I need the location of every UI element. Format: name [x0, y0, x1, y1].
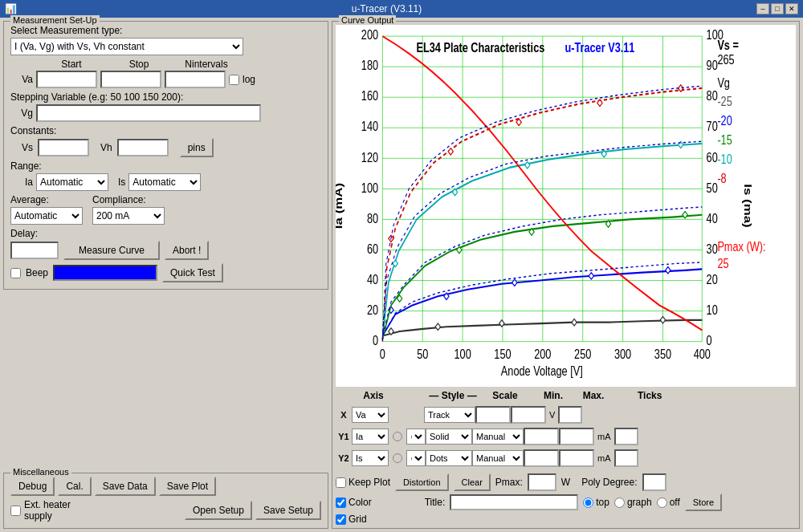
keep-plot-checkbox-label[interactable]: Keep Plot — [336, 477, 390, 488]
abort-button[interactable]: Abort ! — [165, 241, 209, 260]
color-checkbox-label[interactable]: Color — [336, 497, 372, 508]
y1-circle — [389, 432, 406, 441]
pins-button[interactable]: pins — [180, 138, 214, 157]
svg-text:400: 400 — [694, 346, 711, 361]
svg-text:60: 60 — [707, 149, 718, 164]
svg-text:50: 50 — [417, 346, 428, 361]
x-scale-select[interactable]: Track — [424, 407, 475, 423]
y2-circle-select[interactable]: ○ — [406, 450, 426, 466]
pos-graph-text: graph — [627, 497, 652, 508]
save-data-button[interactable]: Save Data — [95, 477, 156, 496]
x-min-input[interactable]: 0 — [475, 406, 511, 424]
is-select[interactable]: Automatic — [128, 173, 201, 191]
vh-input[interactable]: 6.3 — [117, 139, 169, 156]
svg-text:40: 40 — [367, 271, 378, 286]
svg-text:-8: -8 — [717, 170, 726, 185]
color-checkbox[interactable] — [336, 497, 346, 508]
va-stop-input[interactable]: 400 — [100, 71, 161, 88]
y2-circle — [389, 453, 406, 463]
svg-text:70: 70 — [707, 119, 718, 134]
beep-row: Beep Quick Test — [10, 263, 321, 282]
scale-col-header: Scale — [477, 390, 533, 401]
select-type-row: Select Measurement type: I (Va, Vg) with… — [10, 25, 321, 55]
svg-text:-10: -10 — [717, 152, 732, 167]
distortion-button[interactable]: Distortion — [395, 473, 448, 491]
measure-curve-button[interactable]: Measure Curve — [63, 241, 160, 260]
y1-max-input[interactable]: 200 — [559, 428, 594, 445]
x-max-input[interactable]: 400 — [511, 406, 546, 424]
vg-row: Vg -25 -20 -15 -10 -8 — [10, 104, 321, 122]
svg-text:80: 80 — [707, 88, 718, 104]
y1-axis-name-select[interactable]: Ia — [352, 428, 389, 445]
pmax-value-input[interactable]: 25 — [528, 473, 556, 491]
delay-label: Delay: — [10, 228, 38, 239]
y1-style-circle — [393, 432, 402, 441]
va-start-input[interactable]: 2 — [36, 71, 97, 88]
save-plot-button[interactable]: Save Plot — [159, 477, 216, 496]
grid-checkbox-label[interactable]: Grid — [336, 514, 367, 525]
clear-button[interactable]: Clear — [454, 473, 491, 491]
svg-text:-25: -25 — [717, 94, 732, 109]
y2-max-input[interactable]: 100 — [559, 449, 594, 467]
svg-text:50: 50 — [707, 180, 718, 195]
debug-button[interactable]: Debug — [10, 477, 55, 496]
pos-off-text: off — [670, 497, 680, 508]
y2-ticks-input[interactable]: 5 — [614, 449, 638, 467]
average-select[interactable]: Automatic — [10, 207, 83, 225]
bottom-row3: Grid — [336, 514, 796, 525]
svg-text:350: 350 — [654, 346, 671, 361]
va-nintervals-input[interactable]: 30 — [165, 71, 226, 88]
svg-text:60: 60 — [367, 241, 378, 256]
x-axis-name-select[interactable]: Va — [352, 407, 389, 423]
svg-text:200: 200 — [361, 27, 378, 43]
y1-min-input[interactable]: 0 — [524, 428, 559, 445]
vs-input[interactable]: 265 — [38, 139, 89, 156]
pos-off-label[interactable]: off — [657, 497, 680, 508]
y1-circle-select[interactable]: ○ — [406, 428, 426, 445]
compliance-select[interactable]: 200 mA — [92, 207, 165, 225]
vg-input[interactable]: -25 -20 -15 -10 -8 — [36, 104, 261, 122]
constants-label: Constants: — [10, 125, 321, 136]
y1-style-select[interactable]: Solid — [426, 428, 472, 445]
y1-ticks-input[interactable]: 10 — [614, 428, 638, 445]
y1-axis-row: Y1 Ia ○ Solid Manual 0 200 mA — [336, 427, 796, 446]
maximize-button[interactable]: □ — [771, 3, 784, 14]
open-setup-button[interactable]: Open Setup — [185, 501, 252, 520]
y2-scale-select[interactable]: Manual — [472, 450, 524, 466]
y1-scale-select[interactable]: Manual — [472, 428, 524, 445]
store-button[interactable]: Store — [685, 493, 722, 511]
pos-top-label[interactable]: top — [583, 497, 609, 508]
chart-title-input[interactable]: EL34 Plate Characteristics — [450, 494, 578, 510]
poly-degree-input[interactable]: 3 — [642, 473, 666, 491]
minimize-button[interactable]: – — [756, 3, 769, 14]
log-checkbox[interactable] — [229, 75, 239, 85]
beep-checkbox[interactable] — [10, 268, 21, 278]
average-label: Average: — [10, 194, 83, 205]
pos-off-radio[interactable] — [657, 497, 667, 508]
y2-min-input[interactable]: 0 — [524, 449, 559, 467]
delay-input[interactable]: 0 — [10, 242, 59, 259]
y2-axis-label: Y2 — [336, 453, 352, 463]
keep-plot-checkbox[interactable] — [336, 477, 346, 488]
save-setup-button[interactable]: Save Setup — [255, 501, 321, 520]
ext-heater-checkbox[interactable] — [10, 506, 21, 516]
nintervals-header: Nintervals — [174, 59, 238, 70]
measurement-type-select[interactable]: I (Va, Vg) with Vs, Vh constant — [10, 38, 243, 55]
pos-graph-label[interactable]: graph — [614, 497, 652, 508]
supply-label: supply — [24, 510, 71, 522]
y2-unit-label: mA — [597, 453, 611, 463]
close-button[interactable]: ✕ — [785, 3, 798, 14]
cal-button[interactable]: Cal. — [58, 477, 91, 496]
ia-select[interactable]: Automatic — [36, 173, 108, 191]
y1-axis-label: Y1 — [336, 432, 352, 441]
y2-style-select[interactable]: Dots — [426, 450, 472, 466]
svg-text:160: 160 — [361, 88, 378, 104]
x-ticks-input[interactable]: 8 — [558, 406, 582, 424]
y2-axis-name-select[interactable]: Is — [352, 450, 389, 466]
quick-test-button[interactable]: Quick Test — [162, 263, 223, 282]
pos-graph-radio[interactable] — [614, 497, 625, 508]
pos-top-radio[interactable] — [583, 497, 593, 508]
svg-text:Pmax (W):: Pmax (W): — [717, 238, 765, 254]
grid-checkbox[interactable] — [336, 514, 346, 525]
ext-heater-label: Ext. heater — [24, 499, 71, 510]
